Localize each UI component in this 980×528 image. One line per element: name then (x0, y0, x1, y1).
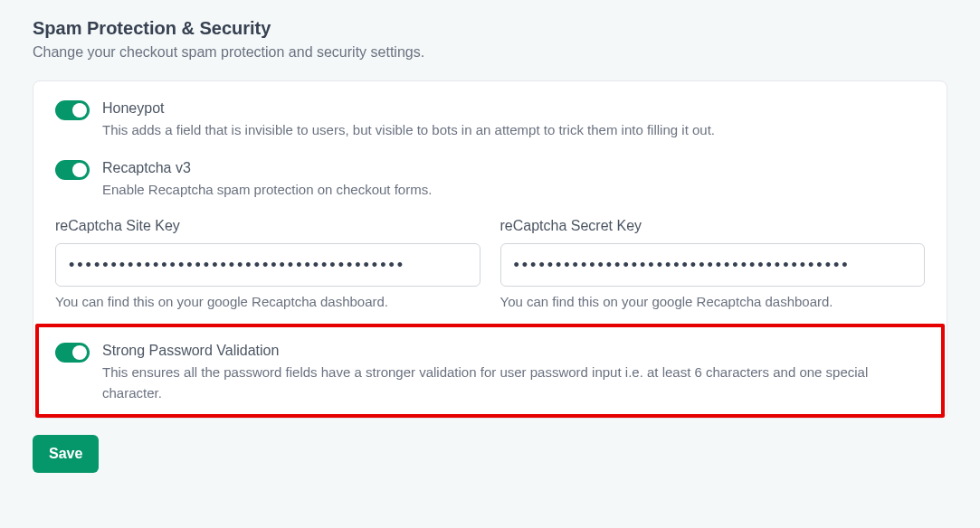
settings-section: Spam Protection & Security Change your c… (33, 18, 947, 473)
strong-password-description: This ensures all the password fields hav… (102, 363, 925, 403)
section-title: Spam Protection & Security (33, 18, 947, 39)
recaptcha-toggle[interactable] (55, 160, 90, 180)
secret-key-help: You can find this on your google Recaptc… (500, 294, 926, 309)
section-description: Change your checkout spam protection and… (33, 44, 947, 61)
strong-password-highlight: Strong Password Validation This ensures … (35, 324, 945, 418)
settings-card: Honeypot This adds a field that is invis… (33, 80, 947, 419)
site-key-help: You can find this on your google Recaptc… (55, 294, 480, 309)
recaptcha-description: Enable Recaptcha spam protection on chec… (102, 180, 432, 201)
save-button[interactable]: Save (33, 435, 99, 473)
honeypot-info: Honeypot This adds a field that is invis… (102, 99, 715, 141)
recaptcha-title: Recaptcha v3 (102, 160, 432, 176)
strong-password-title: Strong Password Validation (102, 343, 925, 359)
site-key-input[interactable] (55, 243, 480, 287)
secret-key-field: reCaptcha Secret Key You can find this o… (500, 218, 926, 309)
honeypot-toggle[interactable] (55, 100, 90, 120)
site-key-label: reCaptcha Site Key (55, 218, 480, 234)
strong-password-option: Strong Password Validation This ensures … (55, 342, 925, 403)
strong-password-info: Strong Password Validation This ensures … (102, 342, 925, 403)
honeypot-description: This adds a field that is invisible to u… (102, 120, 715, 141)
secret-key-input[interactable] (500, 243, 926, 287)
recaptcha-option: Recaptcha v3 Enable Recaptcha spam prote… (55, 159, 925, 201)
strong-password-toggle[interactable] (55, 343, 90, 363)
site-key-field: reCaptcha Site Key You can find this on … (55, 218, 480, 309)
recaptcha-keys-row: reCaptcha Site Key You can find this on … (55, 218, 925, 309)
honeypot-option: Honeypot This adds a field that is invis… (55, 99, 925, 141)
secret-key-label: reCaptcha Secret Key (500, 218, 926, 234)
honeypot-title: Honeypot (102, 100, 715, 117)
recaptcha-info: Recaptcha v3 Enable Recaptcha spam prote… (102, 159, 432, 201)
